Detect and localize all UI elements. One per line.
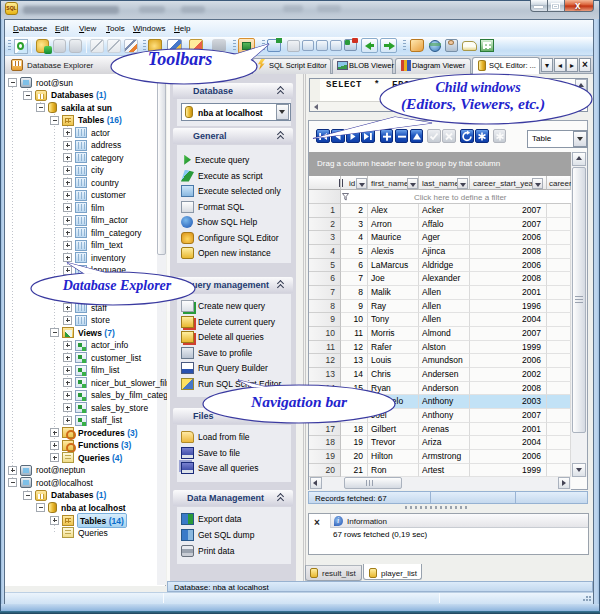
svg-text:Navigation bar: Navigation bar [250,393,348,410]
